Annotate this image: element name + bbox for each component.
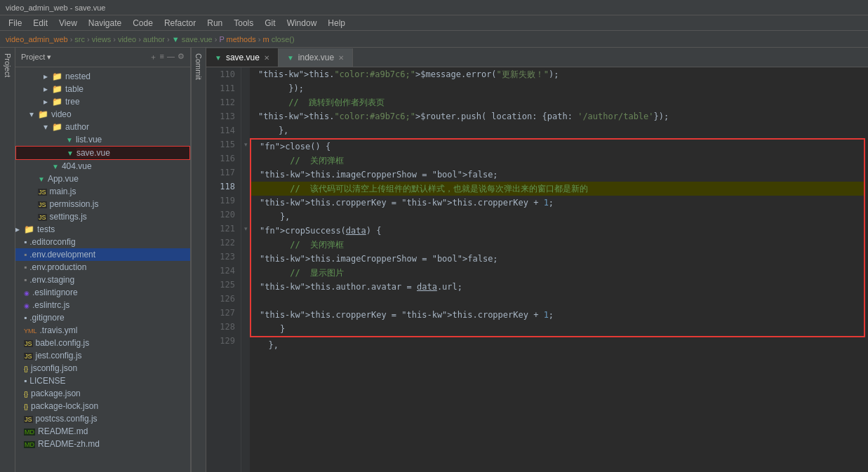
fold-indicator-116[interactable] [241, 151, 250, 166]
fold-indicator-121[interactable]: ▾ [241, 222, 250, 236]
tree-item-.eslintrc.js[interactable]: ◉ .eslintrc.js [15, 299, 190, 311]
project-vertical-tab[interactable]: Project [0, 48, 15, 472]
code-line-114[interactable]: }, [250, 123, 868, 137]
tree-item-permission.js[interactable]: JS permission.js [15, 198, 190, 210]
code-line-118[interactable]: // 该代码可以清空上传组件的默认样式，也就是说每次弹出来的窗口都是新的 [251, 182, 864, 196]
tree-item-.env.development[interactable]: ▪ .env.development [15, 248, 190, 261]
code-line-120[interactable]: }, [251, 210, 864, 224]
tree-item-babel.config.js[interactable]: JS babel.config.js [15, 337, 190, 349]
tree-item-video[interactable]: ▾ 📁 video [15, 108, 190, 121]
tree-item-package-lock.json[interactable]: {} package-lock.json [15, 400, 190, 412]
bc-video[interactable]: video [118, 35, 136, 43]
fold-indicator-123[interactable] [241, 250, 250, 264]
tree-item-settings.js[interactable]: JS settings.js [15, 210, 190, 223]
tree-item-.editorconfig[interactable]: ▪ .editorconfig [15, 236, 190, 248]
bc-methods[interactable]: P methods [219, 35, 255, 43]
tree-item-table[interactable]: ▸ 📁 table [15, 83, 190, 95]
tree-item-tests[interactable]: ▸ 📁 tests [15, 223, 190, 236]
gear-icon[interactable]: ⚙ [178, 52, 185, 62]
fold-indicator-128[interactable] [241, 320, 250, 334]
code-line-115[interactable]: "fn">close() { [251, 140, 864, 154]
tree-item-.gitignore[interactable]: ▪ .gitignore [15, 311, 190, 324]
fold-indicator-126[interactable] [241, 292, 250, 306]
bc-root[interactable]: video_admin_web [6, 35, 68, 43]
tree-item-list.vue[interactable]: ▼ list.vue [15, 133, 190, 146]
fold-indicator-119[interactable] [241, 194, 250, 208]
fold-indicator-112[interactable] [241, 95, 250, 109]
code-line-112[interactable]: // 跳转到创作者列表页 [250, 95, 868, 109]
menu-tools[interactable]: Tools [228, 18, 259, 28]
menu-help[interactable]: Help [322, 18, 351, 28]
bc-views[interactable]: views [92, 35, 112, 43]
code-line-129[interactable]: }, [250, 338, 868, 352]
bc-close[interactable]: m close() [262, 35, 294, 43]
tab-save-vue[interactable]: ▼ save.vue ✕ [206, 48, 279, 67]
menu-code[interactable]: Code [127, 18, 159, 28]
code-line-121[interactable]: "fn">cropSuccess(data) { [251, 224, 864, 238]
code-line-125[interactable]: "this-kw">this.author.avatar = data.url; [251, 280, 864, 294]
tree-item-README.md[interactable]: MD README.md [15, 425, 190, 438]
fold-indicator-117[interactable] [241, 166, 250, 180]
menu-run[interactable]: Run [201, 18, 228, 28]
menu-file[interactable]: File [3, 18, 27, 28]
fold-indicator-120[interactable] [241, 208, 250, 222]
fold-indicator-111[interactable] [241, 81, 250, 95]
tree-item-.env.production[interactable]: ▪ .env.production [15, 261, 190, 274]
code-line-123[interactable]: "this-kw">this.imageCropperShow = "bool"… [251, 252, 864, 266]
fold-indicator-115[interactable]: ▾ [241, 137, 250, 151]
tree-item-tree[interactable]: ▸ 📁 tree [15, 95, 190, 108]
menu-navigate[interactable]: Navigate [83, 18, 127, 28]
tree-item-nested[interactable]: ▸ 📁 nested [15, 70, 190, 83]
sync-icon[interactable]: ≡ [160, 52, 164, 62]
tree-item-main.js[interactable]: JS main.js [15, 185, 190, 198]
tab-index-vue-close[interactable]: ✕ [338, 54, 344, 62]
tree-item-save.vue[interactable]: ▼ save.vue [15, 146, 190, 160]
menu-window[interactable]: Window [281, 18, 323, 28]
menu-refactor[interactable]: Refactor [159, 18, 201, 28]
menu-git[interactable]: Git [259, 18, 281, 28]
tab-index-vue[interactable]: ▼ index.vue ✕ [279, 48, 353, 67]
minus-icon[interactable]: — [167, 52, 175, 62]
bc-savevue[interactable]: ▼ save.vue [172, 35, 213, 43]
commit-vertical-tab[interactable]: Commit [191, 48, 206, 472]
tree-item-jest.config.js[interactable]: JS jest.config.js [15, 349, 190, 362]
tree-item-.env.staging[interactable]: ▪ .env.staging [15, 274, 190, 286]
tree-item-LICENSE[interactable]: ▪ LICENSE [15, 375, 190, 387]
code-line-122[interactable]: // 关闭弹框 [251, 238, 864, 252]
fold-indicator-114[interactable] [241, 123, 250, 137]
code-line-126[interactable] [251, 294, 864, 308]
tree-item-.travis.yml[interactable]: YML .travis.yml [15, 324, 190, 337]
tree-item-author[interactable]: ▾ 📁 author [15, 121, 190, 133]
menu-edit[interactable]: Edit [27, 18, 53, 28]
fold-indicator-127[interactable] [241, 306, 250, 320]
fold-indicator-110[interactable] [241, 67, 250, 81]
fold-indicator-113[interactable] [241, 109, 250, 123]
fold-indicator-118[interactable] [241, 180, 250, 194]
bc-author[interactable]: author [143, 35, 165, 43]
tree-item-README-zh.md[interactable]: MD README-zh.md [15, 438, 190, 450]
code-editor[interactable]: 1101111121131141151161171181191201211221… [206, 67, 868, 472]
code-line-127[interactable]: "this-kw">this.cropperKey = "this-kw">th… [251, 308, 864, 322]
fold-indicator-125[interactable] [241, 278, 250, 292]
tree-item-404.vue[interactable]: ▼ 404.vue [15, 160, 190, 173]
fold-indicator-129[interactable] [241, 334, 250, 348]
code-line-117[interactable]: "this-kw">this.imageCropperShow = "bool"… [251, 168, 864, 182]
menu-view[interactable]: View [53, 18, 83, 28]
tree-item-App.vue[interactable]: ▼ App.vue [15, 173, 190, 185]
add-icon[interactable]: ＋ [149, 52, 157, 62]
fold-indicator-124[interactable] [241, 264, 250, 278]
fold-indicator-122[interactable] [241, 236, 250, 250]
code-line-124[interactable]: // 显示图片 [251, 266, 864, 280]
code-line-111[interactable]: }); [250, 81, 868, 95]
tree-item-package.json[interactable]: {} package.json [15, 387, 190, 400]
code-line-116[interactable]: // 关闭弹框 [251, 154, 864, 168]
code-line-128[interactable]: } [251, 322, 864, 336]
tree-item-jsconfig.json[interactable]: {} jsconfig.json [15, 362, 190, 375]
tab-save-vue-close[interactable]: ✕ [264, 54, 269, 62]
code-line-113[interactable]: "this-kw">this."color:#a9b7c6;">$router.… [250, 109, 868, 123]
code-content[interactable]: "this-kw">this."color:#a9b7c6;">$message… [250, 67, 868, 472]
tree-item-.eslintignore[interactable]: ◉ .eslintignore [15, 286, 190, 299]
bc-src[interactable]: src [74, 35, 85, 43]
tree-item-postcss.config.js[interactable]: JS postcss.config.js [15, 412, 190, 425]
code-line-110[interactable]: "this-kw">this."color:#a9b7c6;">$message… [250, 67, 868, 81]
